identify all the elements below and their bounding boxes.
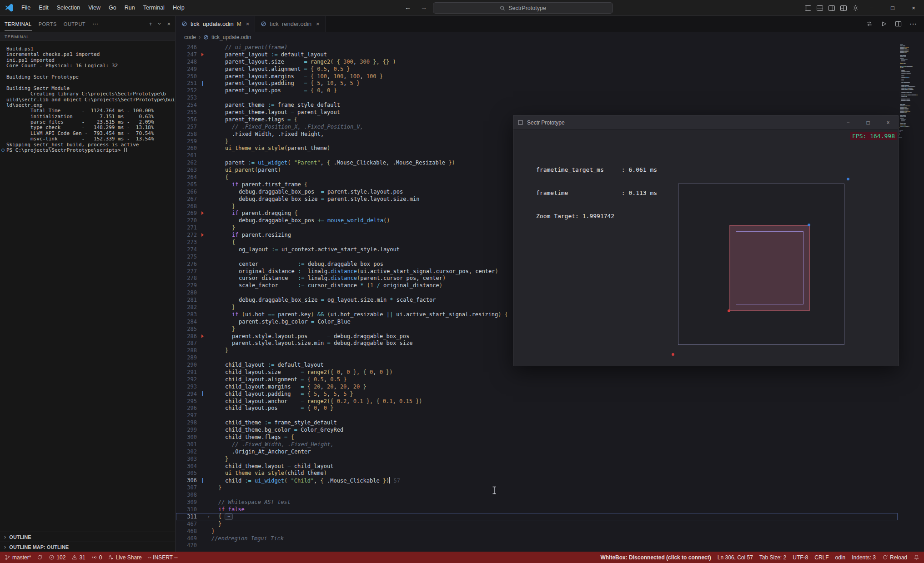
code-line-301[interactable]: 301// .Fixed_Width, .Fixed_Height,	[176, 441, 898, 448]
breadcrumb[interactable]: code › tick_update.odin	[176, 32, 924, 42]
code-line-468[interactable]: 468}	[176, 528, 898, 535]
menu-help[interactable]: Help	[169, 5, 189, 11]
statusbar-item-ln-306-col-57[interactable]: Ln 306, Col 57	[718, 554, 753, 561]
run-button[interactable]	[880, 20, 887, 27]
nav-back-icon[interactable]: ←	[402, 4, 413, 11]
outline-map-section[interactable]: › OUTLINE MAP: OUTLINE	[0, 542, 175, 552]
code-line-247[interactable]: 247parent_layout := default_layout	[176, 51, 898, 58]
editor-tab-tick_update.odin[interactable]: tick_update.odinM×	[176, 16, 255, 32]
terminal-shell-bar[interactable]: TERMINAL	[0, 32, 175, 41]
panel-tab-terminal[interactable]: TERMINAL	[5, 17, 32, 30]
statusbar-item-master[interactable]: master*	[5, 554, 31, 561]
minimap[interactable]	[899, 44, 922, 140]
window-close-button[interactable]: ×	[903, 0, 924, 16]
window-minimize-button[interactable]: −	[861, 0, 882, 16]
code-line-305[interactable]: 305ui_theme_via_style(child_theme)	[176, 470, 898, 477]
code-line-249[interactable]: 249parent_layout.alignment = { 0.5, 0.5 …	[176, 65, 898, 73]
statusbar-item-utf-8[interactable]: UTF-8	[793, 554, 808, 561]
toggle-panel-icon[interactable]	[814, 0, 826, 16]
code-line-310[interactable]: 310if false	[176, 506, 898, 513]
statusbar-item-bell[interactable]	[914, 554, 919, 560]
code-line-292[interactable]: 292child_layout.alignment = { 0.5, 0.5 }	[176, 376, 898, 383]
code-line-248[interactable]: 248parent_layout.size = range2( { 300, 3…	[176, 58, 898, 65]
code-line-296[interactable]: 296child_layout.pos = { 0, 0 }	[176, 405, 898, 412]
statusbar-item-0[interactable]: 0	[91, 554, 102, 561]
code-line-252[interactable]: 252parent_layout.pos = { 0, 0 }	[176, 87, 898, 94]
code-line-251[interactable]: 251parent_layout.padding = { 5, 10, 5, 5…	[176, 80, 898, 87]
code-line-302[interactable]: 302.Origin_At_Anchor_Center	[176, 448, 898, 455]
code-line-300[interactable]: 300child_theme.flags = {	[176, 433, 898, 441]
code-line-306[interactable]: 306child := ui_widget( "Child", { .Mouse…	[176, 477, 898, 484]
fold-chevron-icon[interactable]: ›	[206, 513, 211, 519]
menu-file[interactable]: File	[17, 5, 35, 11]
panel-chevron-down-icon[interactable]: ›	[156, 23, 163, 25]
panel-close-icon[interactable]: ×	[167, 20, 171, 27]
menu-go[interactable]: Go	[105, 5, 121, 11]
tab-close-icon[interactable]: ×	[246, 20, 250, 27]
panel-tab-output[interactable]: OUTPUT	[64, 17, 85, 30]
code-line-470[interactable]: 470	[176, 542, 898, 549]
menu-selection[interactable]: Selection	[53, 5, 84, 11]
code-line-467[interactable]: 467}	[176, 520, 898, 528]
terminal-output[interactable]: Build.ps1incremental_checks.ps1 imported…	[0, 41, 175, 532]
code-line-303[interactable]: 303}	[176, 455, 898, 463]
customize-layout-icon[interactable]	[838, 0, 849, 16]
statusbar-item-indents-3[interactable]: Indents: 3	[852, 554, 876, 561]
compare-changes-icon[interactable]	[866, 20, 873, 27]
statusbar-item-live-share[interactable]: Live Share	[108, 554, 141, 561]
code-line-308[interactable]: 308	[176, 491, 898, 498]
code-line-311[interactable]: 311›{⋯	[176, 513, 898, 520]
code-line-294[interactable]: 294child_layout.padding = { 5, 5, 5, 5 }	[176, 390, 898, 398]
code-line-299[interactable]: 299child_theme.bg_color = Color_GreyRed	[176, 426, 898, 433]
statusbar-item-102[interactable]: 102	[49, 554, 65, 561]
statusbar-item-whitebox-disconnected-click-to-connect[interactable]: WhiteBox: Disconnected (click to connect…	[600, 554, 711, 561]
app-close-button[interactable]: ×	[878, 116, 898, 130]
app-minimize-button[interactable]: −	[838, 116, 858, 130]
statusbar-item-odin[interactable]: odin	[835, 554, 846, 561]
command-search-input[interactable]: SectrPrototype	[433, 2, 613, 14]
settings-gear-icon[interactable]	[849, 0, 861, 16]
new-terminal-icon[interactable]: +	[149, 20, 152, 27]
code-line-253[interactable]: 253	[176, 94, 898, 101]
toggle-sidebar-icon[interactable]	[802, 0, 814, 16]
app-titlebar[interactable]: Sectr Prototype − □ ×	[513, 116, 898, 130]
code-line-291[interactable]: 291child_layout.size = range2({ 0, 0 }, …	[176, 369, 898, 376]
statusbar-item-crlf[interactable]: CRLF	[814, 554, 829, 561]
window-maximize-button[interactable]: □	[882, 0, 903, 16]
sectr-prototype-window[interactable]: Sectr Prototype − □ × FPS: 164.998 frame…	[513, 115, 899, 366]
panel-tab-ports[interactable]: PORTS	[39, 17, 57, 30]
menu-terminal[interactable]: Terminal	[139, 5, 169, 11]
nav-forward-icon[interactable]: →	[418, 4, 429, 11]
folded-code-badge[interactable]: ⋯	[225, 513, 233, 520]
code-line-246[interactable]: 246// ui_parent(frame)	[176, 44, 898, 51]
code-line-254[interactable]: 254parent_theme := frame_style_default	[176, 101, 898, 109]
child-widget-box[interactable]	[729, 225, 810, 311]
code-line-469[interactable]: 469//endregion Imgui Tick	[176, 535, 898, 542]
toggle-secondary-sidebar-icon[interactable]	[826, 0, 838, 16]
menu-view[interactable]: View	[84, 5, 105, 11]
statusbar-item-insert[interactable]: -- INSERT --	[148, 554, 178, 561]
panel-tabs-more-icon[interactable]: ⋯	[92, 20, 98, 27]
editor-more-icon[interactable]: ⋯	[909, 20, 917, 28]
outline-section[interactable]: › OUTLINE	[0, 532, 175, 542]
command-decoration-icon[interactable]	[1, 149, 5, 152]
code-line-295[interactable]: 295child_layout.anchor = range2({ 0.2, 0…	[176, 398, 898, 405]
split-editor-icon[interactable]	[895, 20, 902, 27]
code-line-307[interactable]: 307}	[176, 484, 898, 491]
code-line-298[interactable]: 298child_theme := frame_style_default	[176, 419, 898, 426]
tab-close-icon[interactable]: ×	[316, 20, 320, 27]
statusbar-item-reload[interactable]: Reload	[882, 554, 907, 561]
code-line-255[interactable]: 255parent_theme.layout = parent_layout	[176, 109, 898, 116]
menu-edit[interactable]: Edit	[35, 5, 53, 11]
app-maximize-button[interactable]: □	[858, 116, 878, 130]
statusbar-item-sync[interactable]	[37, 554, 43, 560]
code-line-297[interactable]: 297	[176, 412, 898, 419]
statusbar-item-31[interactable]: 31	[71, 554, 85, 561]
statusbar-item-tab-size-2[interactable]: Tab Size: 2	[759, 554, 786, 561]
menu-run[interactable]: Run	[121, 5, 139, 11]
editor-tab-tick_render.odin[interactable]: tick_render.odin×	[255, 16, 325, 32]
code-line-250[interactable]: 250parent_layout.margins = { 100, 100, 1…	[176, 73, 898, 80]
code-line-309[interactable]: 309// Whitespace AST test	[176, 498, 898, 506]
code-line-293[interactable]: 293child_layout.margins = { 20, 20, 20, …	[176, 383, 898, 390]
code-line-304[interactable]: 304child_theme.layout = child_layout	[176, 463, 898, 470]
